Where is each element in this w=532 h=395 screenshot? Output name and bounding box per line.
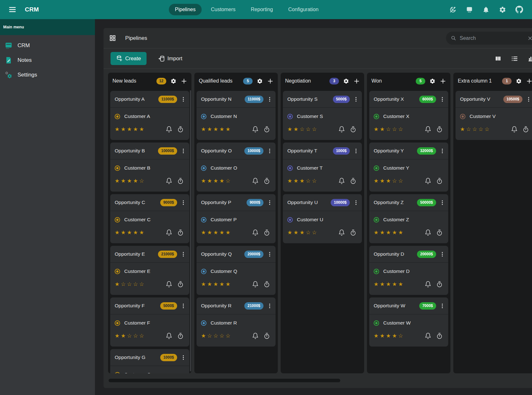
card-menu-icon[interactable] (439, 96, 445, 102)
opportunity-card[interactable]: Opportunity N 11000$ Customer N ★★★★★ (197, 91, 276, 140)
star-rating[interactable]: ★★☆☆☆ (287, 126, 318, 133)
card-menu-icon[interactable] (180, 303, 186, 309)
clear-search-icon[interactable] (527, 35, 532, 41)
card-menu-icon[interactable] (439, 251, 445, 257)
tab-configuration[interactable]: Configuration (282, 4, 325, 15)
list-view-icon[interactable] (511, 55, 518, 62)
card-menu-icon[interactable] (439, 148, 445, 154)
card-menu-icon[interactable] (439, 303, 445, 309)
star-rating[interactable]: ★★★★☆ (374, 333, 404, 339)
hamburger-menu-icon[interactable] (8, 5, 17, 14)
card-menu-icon[interactable] (180, 251, 186, 257)
card-menu-icon[interactable] (353, 96, 359, 102)
search-box[interactable] (446, 32, 532, 45)
timer-icon[interactable] (177, 229, 184, 236)
reminder-bell-icon[interactable] (252, 178, 259, 184)
card-menu-icon[interactable] (267, 148, 273, 154)
reminder-bell-icon[interactable] (425, 178, 431, 184)
star-rating[interactable]: ★★★★★ (115, 126, 145, 133)
star-rating[interactable]: ★★★★★ (201, 281, 232, 288)
reminder-bell-icon[interactable] (166, 178, 172, 184)
opportunity-card[interactable]: Opportunity W 7000$ Customer W ★★★★☆ (369, 297, 448, 347)
reminder-bell-icon[interactable] (252, 229, 259, 236)
timer-icon[interactable] (436, 178, 443, 184)
timer-icon[interactable] (436, 281, 443, 288)
search-input[interactable] (460, 35, 524, 41)
star-rating[interactable]: ★★★★★ (374, 281, 404, 288)
sidebar-item-notes[interactable]: Notes (0, 53, 95, 68)
column-settings-icon[interactable] (429, 78, 435, 84)
opportunity-card[interactable]: Opportunity R 21000$ Customer R ★☆☆☆☆ (197, 297, 276, 347)
star-rating[interactable]: ★★★★☆ (201, 178, 232, 184)
opportunity-card[interactable]: Opportunity U 10000$ Customer U ★★★☆☆ (283, 194, 362, 243)
card-menu-icon[interactable] (526, 96, 532, 102)
column-settings-icon[interactable] (170, 78, 176, 84)
reminder-bell-icon[interactable] (425, 333, 431, 339)
create-button[interactable]: Create (111, 52, 147, 65)
reminder-bell-icon[interactable] (425, 281, 431, 288)
horizontal-scrollbar[interactable] (109, 379, 340, 382)
reminder-bell-icon[interactable] (166, 333, 172, 339)
timer-icon[interactable] (177, 178, 184, 184)
opportunity-card[interactable]: Opportunity B 10000$ Customer B ★★★★☆ (110, 143, 189, 192)
messages-icon[interactable] (466, 6, 473, 13)
card-menu-icon[interactable] (267, 200, 273, 206)
opportunity-card[interactable]: Opportunity A 11000$ Customer A ★★★★★ (110, 91, 189, 140)
column-settings-icon[interactable] (257, 78, 263, 84)
timer-icon[interactable] (350, 126, 356, 133)
timer-icon[interactable] (263, 333, 270, 339)
card-menu-icon[interactable] (180, 148, 186, 154)
column-settings-icon[interactable] (516, 78, 522, 84)
settings-gear-icon[interactable] (499, 6, 506, 13)
notifications-bell-icon[interactable] (482, 6, 490, 13)
timer-icon[interactable] (177, 333, 184, 339)
star-rating[interactable]: ★★★★★ (201, 126, 232, 133)
reminder-bell-icon[interactable] (252, 126, 259, 133)
timer-icon[interactable] (177, 126, 184, 133)
star-rating[interactable]: ★☆☆☆☆ (201, 333, 232, 339)
column-add-icon[interactable] (526, 78, 532, 84)
opportunity-card[interactable]: Opportunity D 20000$ Customer D ★★★★★ (369, 246, 448, 295)
opportunity-card[interactable]: Opportunity Y 32000$ Customer Y ★★★☆☆ (369, 143, 448, 192)
timer-icon[interactable] (263, 229, 270, 236)
reminder-bell-icon[interactable] (338, 229, 345, 236)
reminder-bell-icon[interactable] (166, 126, 172, 133)
star-rating[interactable]: ★☆☆☆☆ (460, 126, 491, 133)
theme-toggle-icon[interactable] (449, 6, 457, 13)
kanban-view-icon[interactable] (495, 55, 501, 62)
opportunity-card[interactable]: Opportunity X 6000$ Customer X ★★☆☆☆ (369, 91, 448, 140)
timer-icon[interactable] (522, 126, 529, 133)
reminder-bell-icon[interactable] (511, 126, 518, 133)
github-icon[interactable] (515, 6, 523, 13)
star-rating[interactable]: ★☆☆☆☆ (115, 281, 145, 288)
opportunity-card[interactable]: Opportunity S 5000$ Customer S ★★☆☆☆ (283, 91, 362, 140)
star-rating[interactable]: ★★★★★ (374, 229, 404, 236)
card-menu-icon[interactable] (267, 303, 273, 309)
opportunity-card[interactable]: Opportunity F 5000$ Customer F ★★☆☆☆ (110, 297, 189, 347)
reminder-bell-icon[interactable] (425, 126, 431, 133)
reminder-bell-icon[interactable] (252, 281, 259, 288)
sidebar-item-crm[interactable]: CRM (0, 38, 95, 53)
reminder-bell-icon[interactable] (252, 333, 259, 339)
opportunity-card[interactable]: Opportunity E 21000$ Customer E ★☆☆☆☆ (110, 246, 189, 295)
card-menu-icon[interactable] (353, 148, 359, 154)
chart-view-icon[interactable] (528, 55, 532, 62)
card-menu-icon[interactable] (180, 200, 186, 206)
card-menu-icon[interactable] (180, 355, 186, 361)
sidebar-item-settings[interactable]: Settings (0, 68, 95, 82)
star-rating[interactable]: ★★★★★ (201, 229, 232, 236)
reminder-bell-icon[interactable] (166, 229, 172, 236)
star-rating[interactable]: ★★★☆☆ (287, 229, 318, 236)
opportunity-card[interactable]: Opportunity T 1000$ Customer T ★★★☆☆ (283, 143, 362, 192)
star-rating[interactable]: ★★★☆☆ (287, 178, 318, 184)
star-rating[interactable]: ★★★☆☆ (374, 178, 404, 184)
opportunity-card[interactable]: Opportunity Q 20000$ Customer Q ★★★★★ (197, 246, 276, 295)
timer-icon[interactable] (263, 178, 270, 184)
opportunity-card[interactable]: Opportunity Z 50000$ Customer Z ★★★★★ (369, 194, 448, 243)
opportunity-card[interactable]: Opportunity C 9000$ Customer C ★★★★★ (110, 194, 189, 243)
timer-icon[interactable] (436, 333, 443, 339)
reminder-bell-icon[interactable] (425, 229, 431, 236)
tab-pipelines[interactable]: Pipelines (169, 4, 202, 15)
opportunity-card[interactable]: Opportunity G 1000$ Customer G (110, 349, 189, 373)
star-rating[interactable]: ★★☆☆☆ (374, 126, 404, 133)
